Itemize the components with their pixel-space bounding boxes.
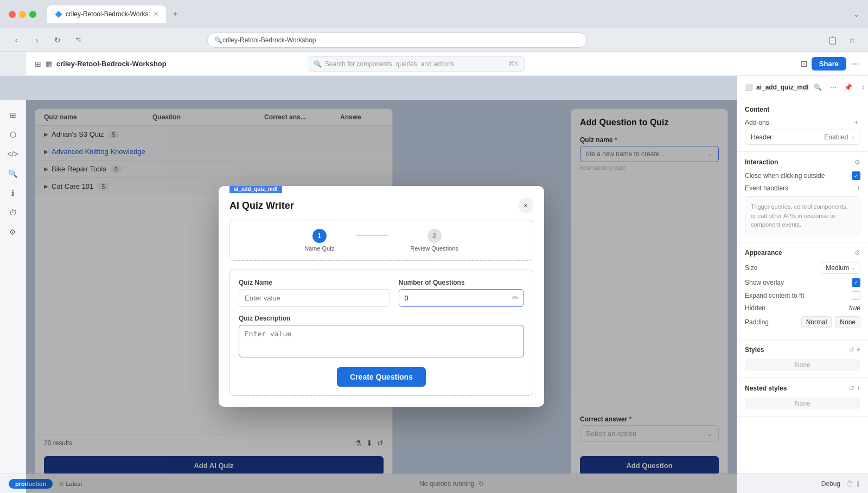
step-2: 2 Review Questions <box>410 229 458 252</box>
event-handlers-plus-icon[interactable]: + <box>857 184 860 192</box>
debug-button[interactable]: Debug <box>821 480 840 488</box>
step-connector <box>356 235 388 236</box>
number-edit-icon[interactable]: ✏ <box>508 293 524 303</box>
debug-history-icon[interactable]: ⏱ <box>846 479 853 488</box>
nav-actions: 📋 ☆ <box>825 33 859 48</box>
add-ons-plus-icon[interactable]: + <box>854 119 858 126</box>
minimize-window-button[interactable] <box>19 11 26 18</box>
search-shortcut: ⌘K <box>508 60 518 67</box>
padding-label: Padding <box>745 318 801 326</box>
sidebar-item-info[interactable]: ℹ <box>4 184 22 202</box>
left-sidebar: ⊞ ⬡ </> 🔍 ℹ ⏱ ⚙ ✦ <box>0 100 26 493</box>
forward-button[interactable]: › <box>29 33 44 48</box>
close-window-button[interactable] <box>9 11 16 18</box>
event-handlers-label: Event handlers <box>745 184 857 192</box>
modal: ai_add_quiz_mdl AI Quiz Writer × 1 Name … <box>219 186 544 407</box>
show-overlay-row: Show overlay ✓ <box>745 278 860 287</box>
create-questions-button[interactable]: Create Questions <box>337 367 426 387</box>
modal-number-label: Number of Questions <box>399 279 524 286</box>
styles-reset-icon[interactable]: ↺ <box>849 346 854 354</box>
props-appearance-section: Appearance ⚙ Size Medium ⌄ Show overlay … <box>737 242 868 340</box>
interaction-section-title-row: Interaction ⚙ <box>745 158 860 166</box>
modal-number-group: Number of Questions 0 ✏ <box>399 279 524 307</box>
sidebar-item-history[interactable]: ⏱ <box>4 204 22 221</box>
star-icon[interactable]: ☆ <box>844 33 859 48</box>
padding-value-2[interactable]: None <box>835 316 860 328</box>
modal-description-input[interactable] <box>239 325 524 357</box>
close-outside-checkbox[interactable]: ✓ <box>852 171 860 180</box>
create-btn-container: Create Questions <box>239 367 524 387</box>
nested-styles-reset-icon[interactable]: ↺ <box>849 385 854 392</box>
pin-props-icon[interactable]: 📌 <box>843 81 854 93</box>
search-placeholder: Search for components, queries, and acti… <box>325 60 454 68</box>
active-tab[interactable]: 🔷 criley-Retool-Bedrock-Works: ✕ <box>47 5 166 23</box>
step-2-circle: 2 <box>427 229 442 243</box>
nested-styles-section-title: Nested styles <box>745 385 787 392</box>
modal-overlay[interactable]: ai_add_quiz_mdl AI Quiz Writer × 1 Name … <box>26 100 737 493</box>
step-1: 1 Name Quiz <box>304 229 334 252</box>
size-select[interactable]: Medium ⌄ <box>821 262 860 274</box>
tab-close-icon[interactable]: ✕ <box>154 11 158 18</box>
hidden-value: true <box>849 304 860 312</box>
address-bar[interactable]: 🔍 criley-Retool-Bedrock-Workshop <box>207 33 587 48</box>
padding-values: Normal None <box>801 316 860 328</box>
more-props-icon[interactable]: ⋯ <box>827 81 839 93</box>
appearance-section-title-row: Appearance ⚙ <box>745 249 860 257</box>
add-ons-row: Add-ons + <box>745 119 860 126</box>
header-addon-item[interactable]: Header Enabled › <box>745 130 860 145</box>
search-props-icon[interactable]: 🔍 <box>812 81 824 93</box>
appearance-settings-icon[interactable]: ⚙ <box>854 249 860 257</box>
sidebar-item-home[interactable]: ⊞ <box>4 106 22 124</box>
sidebar-item-search[interactable]: 🔍 <box>4 165 22 182</box>
size-row: Size Medium ⌄ <box>745 262 860 274</box>
styles-plus-icon[interactable]: + <box>857 346 860 354</box>
back-button[interactable]: ‹ <box>9 33 24 48</box>
clipboard-icon[interactable]: 📋 <box>825 33 840 48</box>
grid-icon: ▦ <box>46 60 52 68</box>
modal-close-button[interactable]: × <box>518 198 533 213</box>
debug-info-icon[interactable]: ℹ <box>857 479 859 488</box>
layout-icon-button[interactable]: ⊡ <box>800 59 807 69</box>
styles-section-title-row: Styles ↺ + <box>745 346 860 354</box>
size-chevron-icon: ⌄ <box>851 265 856 271</box>
step-1-label: Name Quiz <box>304 245 334 252</box>
nested-styles-plus-icon[interactable]: + <box>857 385 860 392</box>
step-2-label: Review Questions <box>410 245 458 252</box>
expand-content-row: Expand content to fit <box>745 291 860 300</box>
size-label: Size <box>745 264 821 272</box>
interaction-settings-icon[interactable]: ⚙ <box>854 158 860 166</box>
show-overlay-checkbox[interactable]: ✓ <box>852 278 860 287</box>
number-input[interactable]: 0 <box>399 290 508 306</box>
padding-value-1[interactable]: Normal <box>801 316 832 328</box>
app-header: ⊞ ▦ criley-Retool-Bedrock-Workshop 🔍 Sea… <box>26 52 868 76</box>
modal-form-row-2: Quiz Description <box>239 315 524 360</box>
expand-content-checkbox[interactable] <box>852 291 860 300</box>
maximize-window-button[interactable] <box>29 11 36 18</box>
appearance-section-title: Appearance <box>745 249 782 257</box>
sidebar-item-code[interactable]: </> <box>4 145 22 163</box>
steps-container: 1 Name Quiz 2 Review Questions <box>229 220 533 261</box>
modal-quiz-name-input[interactable] <box>239 289 390 307</box>
share-button[interactable]: Share <box>812 57 846 71</box>
event-handlers-box: Trigger queries, control components, or … <box>745 196 860 235</box>
header-addon-chevron: › <box>852 134 854 140</box>
content-section-title-row: Content <box>745 106 860 113</box>
hidden-label: Hidden <box>745 304 849 312</box>
cast-button[interactable]: ⇆ <box>71 33 86 48</box>
tab-bar: 🔷 criley-Retool-Bedrock-Works: ✕ + <box>47 5 182 23</box>
modal-description-label: Quiz Description <box>239 315 524 322</box>
close-outside-row: Close when clicking outside ✓ <box>745 171 860 180</box>
component-icon: ⬜ <box>745 84 753 91</box>
expand-content-label: Expand content to fit <box>745 292 852 299</box>
more-options-button[interactable]: ⋯ <box>851 59 859 69</box>
reload-button[interactable]: ↻ <box>50 33 65 48</box>
browser-menu-icon[interactable]: ⌄ <box>853 10 859 18</box>
content-section-title: Content <box>745 106 769 113</box>
traffic-lights <box>9 11 36 18</box>
sidebar-item-components[interactable]: ⬡ <box>4 126 22 143</box>
new-tab-button[interactable]: + <box>168 7 182 21</box>
header-search[interactable]: 🔍 Search for components, queries, and ac… <box>308 56 525 72</box>
sidebar-item-settings[interactable]: ⚙ <box>4 223 22 241</box>
props-nested-styles-section: Nested styles ↺ + None <box>737 378 868 417</box>
expand-props-icon[interactable]: › <box>858 81 868 93</box>
